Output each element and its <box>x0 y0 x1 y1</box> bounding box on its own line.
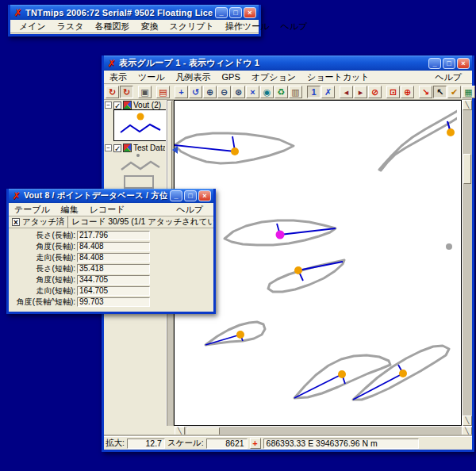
point-marker[interactable] <box>294 266 302 274</box>
major-axis-line[interactable] <box>175 145 235 151</box>
menu-item-help[interactable]: ヘルプ <box>171 204 209 216</box>
point-marker[interactable] <box>338 370 346 378</box>
scrollbar-thumb[interactable] <box>463 154 471 184</box>
db-field-row: 角度(長軸):84.408 <box>9 241 213 252</box>
layer-visibility-checkbox[interactable]: ✓ <box>113 101 121 109</box>
menu-item[interactable]: 各種図形 <box>90 21 136 33</box>
attached-checkbox[interactable]: × <box>12 218 20 226</box>
point-marker[interactable] <box>446 243 452 250</box>
next-view-icon[interactable]: ▸ <box>354 86 367 98</box>
menu-item-help[interactable]: ヘルプ <box>429 71 467 83</box>
menu-item[interactable]: ショートカット <box>301 71 375 83</box>
zoom-out-icon[interactable]: ⊖ <box>217 86 231 98</box>
menu-item[interactable]: ツール <box>132 71 171 83</box>
image-icon[interactable]: ▦ <box>462 86 475 98</box>
close-button[interactable]: × <box>244 7 256 18</box>
layer-visibility-checkbox[interactable]: ✓ <box>113 144 121 152</box>
shape-outline[interactable] <box>205 322 265 345</box>
menu-item[interactable]: 操作ツール <box>220 21 275 33</box>
shape-outline[interactable] <box>268 260 344 292</box>
maximize-button[interactable]: □ <box>443 58 455 69</box>
scroll-left-arrow[interactable]: ╲ <box>175 427 185 436</box>
menu-item[interactable]: 編集 <box>56 204 84 216</box>
panel-sash-arrow[interactable] <box>172 146 178 154</box>
minimize-button[interactable]: _ <box>428 58 441 69</box>
field-value-input[interactable]: 35.418 <box>77 264 150 274</box>
goto-point-icon[interactable]: ↘ <box>419 86 432 98</box>
select-arrow-icon[interactable]: ↖ <box>433 86 447 98</box>
menu-item[interactable]: オプション <box>246 71 301 83</box>
db-field-row: 走向(短軸):164.705 <box>9 285 213 297</box>
field-value-input[interactable]: 84.408 <box>77 253 150 262</box>
layer-legend-vout[interactable] <box>113 109 167 141</box>
add-layer-icon[interactable]: ▤ <box>156 86 170 98</box>
close-button[interactable]: × <box>457 58 470 69</box>
menu-item[interactable]: テーブル <box>9 204 56 216</box>
map-canvas[interactable] <box>174 100 462 426</box>
tool-1x-icon[interactable]: 1 <box>307 86 321 98</box>
menu-item[interactable]: GPS <box>217 72 246 82</box>
rotate-icon[interactable]: ↺ <box>189 86 202 98</box>
db-titlebar[interactable]: ✗ Vout 8 / ポイントデータベース / 方位 _ □ × <box>9 189 213 203</box>
layer-row-vout[interactable]: − ✓ Vout (2) <box>104 100 173 109</box>
close-button[interactable]: × <box>198 190 211 201</box>
cancel-icon[interactable]: ⊘ <box>368 86 382 98</box>
shape-outline[interactable] <box>379 110 457 170</box>
menu-item[interactable]: 変換 <box>136 21 164 33</box>
point-marker[interactable] <box>231 147 239 155</box>
layer-type-icon <box>123 101 132 109</box>
selected-point-marker[interactable] <box>276 231 285 239</box>
field-value-input[interactable]: 344.705 <box>77 275 150 285</box>
scale-value[interactable]: 8621 <box>206 438 248 449</box>
zoom-box-icon[interactable]: ⊡ <box>386 86 400 98</box>
globe-icon[interactable]: ◉ <box>260 86 274 98</box>
minimize-button[interactable]: _ <box>170 190 182 201</box>
point-marker[interactable] <box>399 370 407 377</box>
menu-item[interactable]: レコード <box>84 204 131 216</box>
scroll-down-arrow[interactable]: ╲ <box>463 415 472 426</box>
collapse-icon[interactable]: − <box>105 144 112 151</box>
minimize-button[interactable]: _ <box>215 7 228 18</box>
menu-item[interactable]: ラスタ <box>52 21 90 33</box>
zoom-in-icon[interactable]: ⊕ <box>203 86 217 98</box>
frame-icon[interactable]: ▣ <box>138 86 152 98</box>
layer-row-testdata[interactable]: − ✓ Test Data <box>104 143 173 152</box>
tool-xy-icon[interactable]: ✗ <box>321 86 335 98</box>
refresh-layers-icon[interactable]: ♻ <box>274 86 288 98</box>
menu-item[interactable]: 凡例表示 <box>171 71 217 83</box>
scrollbar-thumb[interactable] <box>186 427 220 435</box>
maximize-button[interactable]: □ <box>184 190 197 201</box>
display-titlebar[interactable]: ✗ 表示グループ 1 - 表示ウィンドウ 1 _ □ × <box>104 56 472 71</box>
menu-item[interactable]: メイン <box>13 21 52 33</box>
point-marker[interactable] <box>236 331 244 339</box>
menu-item[interactable]: ヘルプ <box>274 21 313 33</box>
layer-label[interactable]: Test Data <box>133 144 165 152</box>
fit-view-icon[interactable]: × <box>246 86 259 98</box>
scroll-up-arrow[interactable]: ╲ <box>463 100 472 110</box>
auto-redraw-icon[interactable]: ↻ <box>120 86 133 98</box>
canvas-hscrollbar[interactable]: ╲ ╲ <box>175 426 472 436</box>
zoom-label: 拡大: <box>106 438 125 449</box>
line-sample-icon <box>121 124 160 132</box>
collapse-icon[interactable]: − <box>105 101 112 109</box>
maximize-button[interactable]: □ <box>229 7 242 18</box>
snapshot-icon[interactable]: ▥ <box>289 86 302 98</box>
edit-style-icon[interactable]: ✔ <box>447 86 461 98</box>
menu-item[interactable]: 表示 <box>104 71 132 83</box>
position-crosshair-button[interactable]: + <box>250 438 261 449</box>
canvas-vscrollbar[interactable]: ╲ ╲ <box>462 100 472 426</box>
zoom-full-icon[interactable]: ⊛ <box>232 86 245 98</box>
main-titlebar[interactable]: ✗ TNTmips 2006:72 Serial# 9502 Floating … <box>10 5 259 20</box>
field-value-input[interactable]: 164.705 <box>77 286 150 296</box>
scroll-right-arrow[interactable]: ╲ <box>462 427 472 436</box>
redraw-icon[interactable]: ↻ <box>106 86 119 98</box>
pan-icon[interactable]: + <box>175 86 188 98</box>
field-value-input[interactable]: 84.408 <box>77 242 150 251</box>
locate-icon[interactable]: ⊕ <box>401 86 414 98</box>
menu-item[interactable]: スクリプト <box>164 21 220 33</box>
field-value-input[interactable]: 99.703 <box>77 297 150 307</box>
point-marker[interactable] <box>447 128 455 136</box>
layer-label[interactable]: Vout (2) <box>133 101 161 109</box>
prev-view-icon[interactable]: ◂ <box>340 86 353 98</box>
field-value-input[interactable]: 217.796 <box>77 231 150 240</box>
